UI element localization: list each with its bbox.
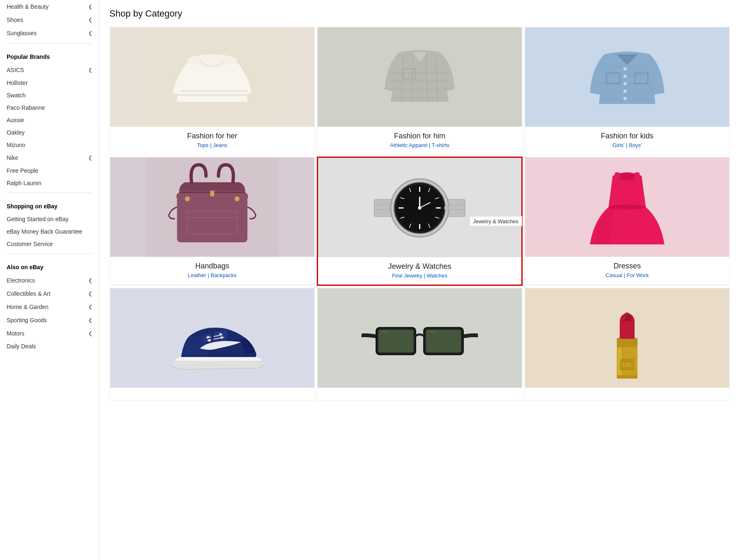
category-subtitle: Casual | For Work	[528, 272, 726, 278]
category-image-beauty: YSL	[525, 288, 729, 388]
category-card-dresses[interactable]: Dresses Casual | For Work	[524, 157, 730, 286]
chevron-down-icon: ❮	[88, 317, 92, 323]
sidebar-item-label: Motors	[7, 330, 24, 337]
sidebar-item-motors[interactable]: Motors ❮	[7, 327, 92, 340]
sidebar-item-paco-rabanne[interactable]: Paco Rabanne	[7, 101, 92, 114]
popular-brands-header: Popular Brands	[7, 47, 92, 63]
sidebar-item-label: Health & Beauty	[7, 3, 48, 10]
sidebar-item-ralph-lauren[interactable]: Ralph Lauren	[7, 177, 92, 189]
chevron-down-icon: ❮	[88, 304, 92, 310]
svg-point-22	[624, 89, 627, 93]
category-subtitle: Tops | Jeans	[113, 142, 311, 148]
page-title: Shop by Category	[109, 8, 730, 19]
sidebar-item-sunglasses[interactable]: Sunglasses ❮	[7, 27, 92, 40]
category-card-body: Handbags Leather | Backpacks	[110, 257, 314, 284]
sidebar-item-electronics[interactable]: Electronics ❮	[7, 274, 92, 287]
svg-point-23	[624, 97, 627, 100]
category-image-fashion-kids	[525, 27, 729, 127]
sidebar-item-label: Sporting Goods	[7, 317, 47, 323]
sidebar-item-customer-service[interactable]: Customer Service	[7, 238, 92, 250]
svg-point-21	[624, 82, 627, 85]
chevron-down-icon: ❮	[88, 331, 92, 336]
category-image-jewelry	[318, 158, 521, 257]
category-card-body: Fashion for her Tops | Jeans	[110, 127, 314, 154]
svg-rect-74	[378, 330, 414, 352]
category-card-handbags[interactable]: Handbags Leather | Backpacks	[109, 157, 315, 286]
svg-rect-63	[635, 172, 640, 183]
category-card-fashion-her[interactable]: Fashion for her Tops | Jeans	[109, 27, 315, 155]
sidebar-item-label: ASICS	[7, 67, 24, 73]
sidebar-item-aussie[interactable]: Aussie	[7, 114, 92, 126]
category-card-body: Dresses Casual | For Work	[525, 257, 729, 284]
category-subtitle: Girls' | Boys'	[528, 142, 726, 148]
sidebar-item-label: Electronics	[7, 277, 35, 284]
chevron-down-icon: ❮	[88, 30, 92, 36]
sidebar-item-hollister[interactable]: Hollister	[7, 77, 92, 89]
sidebar-item-label: Collectibles & Art	[7, 290, 51, 297]
sidebar-item-getting-started[interactable]: Getting Started on eBay	[7, 213, 92, 225]
svg-point-19	[624, 67, 627, 70]
svg-point-33	[235, 196, 240, 201]
also-header: Also on eBay	[7, 257, 92, 274]
chevron-down-icon: ❮	[88, 291, 92, 297]
svg-point-70	[221, 336, 223, 339]
chevron-down-icon: ❮	[88, 67, 92, 73]
category-image-fashion-him	[318, 27, 522, 127]
chevron-down-icon: ❮	[88, 155, 92, 161]
category-card-jewelry-watches[interactable]: Jewelry & Watches Fine Jewelry | Watches…	[317, 157, 523, 286]
svg-rect-59	[445, 206, 450, 210]
category-image-sunglasses	[318, 288, 522, 388]
category-card-fashion-him[interactable]: Fashion for him Athletic Apparel | T-shi…	[317, 27, 523, 155]
svg-point-20	[624, 75, 627, 78]
sidebar-item-home-garden[interactable]: Home & Garden ❮	[7, 300, 92, 314]
sidebar-item-mizuno[interactable]: Mizuno	[7, 139, 92, 151]
category-card-shoes[interactable]	[109, 287, 315, 401]
svg-rect-81	[617, 338, 638, 347]
category-title: Jewelry & Watches	[321, 262, 518, 271]
sidebar-item-label: Sunglasses	[7, 30, 36, 36]
svg-text:YSL: YSL	[622, 362, 633, 368]
chevron-down-icon: ❮	[88, 278, 92, 283]
sidebar-item-shoes[interactable]: Shoes ❮	[7, 13, 92, 27]
category-card-body: Jewelry & Watches Fine Jewelry | Watches	[318, 257, 521, 285]
category-card-body: Fashion for kids Girls' | Boys'	[525, 127, 729, 154]
category-card-fashion-kids[interactable]: Fashion for kids Girls' | Boys'	[524, 27, 730, 155]
category-image-handbags	[110, 157, 314, 257]
svg-point-32	[185, 196, 190, 201]
svg-point-67	[207, 336, 210, 338]
category-card-body: Fashion for him Athletic Apparel | T-shi…	[318, 127, 522, 154]
svg-point-68	[219, 333, 222, 336]
svg-rect-82	[617, 375, 638, 379]
sidebar-item-sporting-goods[interactable]: Sporting Goods ❮	[7, 314, 92, 327]
sidebar-divider-2	[7, 193, 92, 193]
category-title: Handbags	[113, 262, 311, 270]
category-image-shoes	[110, 288, 314, 388]
category-image-dresses	[525, 157, 729, 257]
sidebar-divider	[7, 43, 92, 43]
chevron-down-icon: ❮	[88, 4, 92, 10]
category-title: Fashion for him	[321, 132, 518, 140]
category-card-body	[525, 388, 729, 400]
sidebar-item-collectibles[interactable]: Collectibles & Art ❮	[7, 287, 92, 300]
category-title: Fashion for kids	[528, 132, 726, 140]
svg-point-69	[208, 339, 211, 342]
sidebar-item-label: Shoes	[7, 17, 23, 23]
category-subtitle: Fine Jewelry | Watches	[321, 273, 518, 279]
category-card-beauty[interactable]: YSL	[524, 287, 730, 401]
category-card-sunglasses[interactable]	[317, 287, 523, 401]
category-card-body	[318, 388, 522, 400]
main-content: Shop by Category	[99, 0, 740, 560]
shopping-header: Shopping on eBay	[7, 196, 92, 213]
sidebar-item-nike[interactable]: Nike ❮	[7, 151, 92, 164]
sidebar-item-health-beauty[interactable]: Health & Beauty ❮	[7, 0, 92, 13]
sidebar-item-oakley[interactable]: Oakley	[7, 126, 92, 139]
sidebar-item-swatch[interactable]: Swatch	[7, 89, 92, 101]
svg-point-58	[418, 206, 422, 210]
sidebar-item-label: Home & Garden	[7, 304, 48, 310]
sidebar-item-daily-deals[interactable]: Daily Deals	[7, 340, 92, 352]
sidebar-divider-3	[7, 253, 92, 254]
sidebar-item-money-back[interactable]: eBay Money Back Guarantee	[7, 225, 92, 238]
chevron-down-icon: ❮	[88, 17, 92, 23]
sidebar-item-asics[interactable]: ASICS ❮	[7, 63, 92, 77]
sidebar-item-free-people[interactable]: Free People	[7, 164, 92, 177]
